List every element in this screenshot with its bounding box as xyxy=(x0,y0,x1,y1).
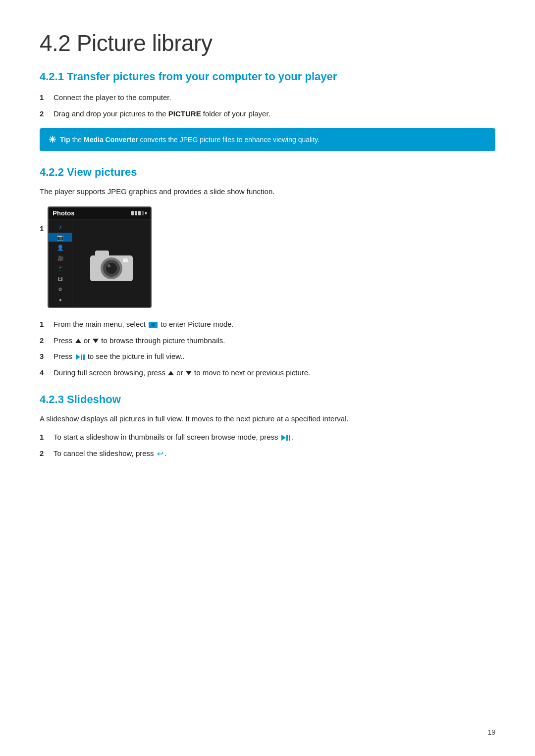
section-421-heading: 4.2.1 Transfer pictures from your comput… xyxy=(40,70,495,83)
menu-item-film: 🎞 xyxy=(49,274,72,283)
section-423: 4.2.3 Slideshow A slideshow displays all… xyxy=(40,393,495,460)
list-item: 2 Press or to browse through picture thu… xyxy=(40,335,495,347)
device-label: 1 xyxy=(40,224,44,233)
list-item: 4 During full screen browsing, press or … xyxy=(40,367,495,379)
step-number: 2 xyxy=(40,448,54,459)
play-triangle xyxy=(76,354,80,360)
step-number: 1 xyxy=(40,432,54,443)
tip-box: ✳ Tip the Media Converter converts the J… xyxy=(40,128,495,151)
arrow-down-icon xyxy=(93,339,99,343)
list-item: 2 Drag and drop your pictures to the PIC… xyxy=(40,108,495,120)
menu-item-gear: ⚙ xyxy=(49,285,72,294)
section-422-intro: The player supports JPEG graphics and pr… xyxy=(40,186,495,198)
menu-item-music: ♪ xyxy=(49,222,72,231)
section-422-steps: 1 From the main menu, select to enter Pi… xyxy=(40,319,495,378)
section-423-intro: A slideshow displays all pictures in ful… xyxy=(40,413,495,425)
step-number: 1 xyxy=(40,92,54,103)
tip-icon: ✳ xyxy=(49,134,56,145)
list-item: 2 To cancel the slideshow, press ↩. xyxy=(40,448,495,460)
menu-item-camera: 📷 xyxy=(49,233,72,242)
svg-rect-7 xyxy=(123,258,128,262)
step-text: To start a slideshow in thumbnails or fu… xyxy=(54,432,293,443)
device-menu: ♪ 📷 👤 🎥 📱 🎞 ⚙ ● xyxy=(49,219,72,307)
play-triangle-2 xyxy=(281,435,286,441)
step-number: 2 xyxy=(40,108,54,120)
section-423-steps: 1 To start a slideshow in thumbnails or … xyxy=(40,432,495,460)
arrow-down-icon-2 xyxy=(186,371,192,375)
section-422-heading: 4.2.2 View pictures xyxy=(40,166,495,179)
step-text: Drag and drop your pictures to the PICTU… xyxy=(54,108,270,120)
step-text: From the main menu, select to enter Pict… xyxy=(54,319,234,330)
step-number: 3 xyxy=(40,351,54,362)
arrow-up-icon-2 xyxy=(168,371,174,375)
list-item: 1 From the main menu, select to enter Pi… xyxy=(40,319,495,330)
device-body: ♪ 📷 👤 🎥 📱 🎞 ⚙ ● xyxy=(49,219,151,307)
step-number: 4 xyxy=(40,367,54,379)
menu-item-person: 👤 xyxy=(49,243,72,252)
page-title: 4.2 Picture library xyxy=(40,30,495,56)
svg-point-6 xyxy=(107,264,110,267)
step-text: During full screen browsing, press or to… xyxy=(54,367,310,379)
svg-rect-2 xyxy=(95,251,109,257)
menu-item-dot: ● xyxy=(49,295,72,304)
play-pause-icon-2 xyxy=(281,435,290,441)
step-text: Press to see the picture in full view.. xyxy=(54,351,185,362)
page-number: 19 xyxy=(487,728,495,736)
step-number: 1 xyxy=(40,319,54,330)
device-header: Photos xyxy=(49,207,151,219)
step-text: Press or to browse through picture thumb… xyxy=(54,335,225,347)
section-421: 4.2.1 Transfer pictures from your comput… xyxy=(40,70,495,151)
section-422: 4.2.2 View pictures The player supports … xyxy=(40,166,495,378)
camera-svg xyxy=(89,246,134,281)
menu-item-cam2: 🎥 xyxy=(49,253,72,262)
pause-bars-2 xyxy=(286,435,290,441)
step-number: 2 xyxy=(40,335,54,347)
device-mockup: 1 Photos ♪ 📷 👤 🎥 📱 � xyxy=(40,206,495,308)
device-screen: Photos ♪ 📷 👤 🎥 📱 🎞 ⚙ xyxy=(48,206,152,308)
arrow-up-icon xyxy=(75,339,81,343)
battery-icon xyxy=(131,211,147,215)
device-preview xyxy=(72,219,151,307)
list-item: 1 To start a slideshow in thumbnails or … xyxy=(40,432,495,443)
list-item: 1 Connect the player to the computer. xyxy=(40,92,495,103)
step-text: To cancel the slideshow, press ↩. xyxy=(54,448,166,460)
svg-point-5 xyxy=(106,263,117,274)
pause-bars xyxy=(81,354,85,360)
menu-item-phone: 📱 xyxy=(49,264,72,273)
camera-inline-icon xyxy=(149,322,158,328)
step-text: Connect the player to the computer. xyxy=(54,92,171,103)
device-header-title: Photos xyxy=(53,209,74,217)
section-421-steps: 1 Connect the player to the computer. 2 … xyxy=(40,92,495,119)
play-pause-icon xyxy=(76,354,85,360)
back-icon: ↩ xyxy=(157,448,163,460)
tip-text: Tip the Media Converter converts the JPE… xyxy=(60,136,320,144)
list-item: 3 Press to see the picture in full view.… xyxy=(40,351,495,362)
section-423-heading: 4.2.3 Slideshow xyxy=(40,393,495,406)
